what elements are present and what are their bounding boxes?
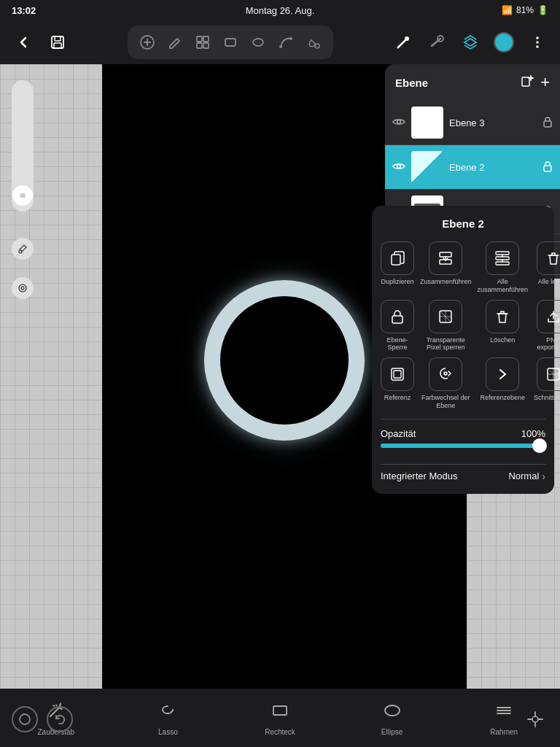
- blend-mode-selector[interactable]: Normal ›: [508, 471, 545, 482]
- layer-3-visibility[interactable]: [392, 117, 405, 129]
- bottom-tool-lasso[interactable]: Lasso: [112, 700, 225, 736]
- svg-rect-43: [273, 706, 287, 715]
- fill-button[interactable]: [301, 30, 326, 55]
- action-reference-layer[interactable]: Referenzebene: [478, 357, 529, 410]
- action-merge-all[interactable]: Alle zusammenführen: [478, 241, 529, 294]
- action-png-export[interactable]: PNG exportieren: [534, 300, 560, 352]
- delete-icon: [486, 300, 519, 333]
- color-change-icon: [429, 357, 462, 391]
- layers-title: Ebene: [395, 77, 428, 89]
- smudge-sidebar-button[interactable]: [12, 277, 34, 299]
- back-button[interactable]: [9, 28, 38, 57]
- svg-point-16: [536, 41, 539, 44]
- action-layer-lock[interactable]: Ebene-Sperre: [381, 300, 414, 352]
- svg-point-17: [536, 45, 539, 48]
- svg-point-40: [444, 372, 447, 375]
- layer-3-thumbnail: [411, 107, 443, 139]
- brush-size-thumb[interactable]: [12, 185, 33, 206]
- select-button[interactable]: [218, 30, 243, 55]
- action-clipping-mask[interactable]: Schnittmaske: [534, 357, 560, 410]
- svg-rect-8: [225, 39, 236, 46]
- eyedropper-sidebar-button[interactable]: [12, 238, 34, 260]
- action-lock-alpha[interactable]: Transparente Pixel sperren: [420, 300, 472, 352]
- shape-picker-button[interactable]: [12, 706, 38, 732]
- layer-2-visibility[interactable]: [392, 161, 405, 174]
- reference-layer-label: Referenzebene: [481, 394, 526, 402]
- svg-rect-23: [544, 121, 551, 127]
- erase-tool-button[interactable]: [423, 28, 451, 56]
- color-change-label: Farbwechsel der Ebene: [420, 394, 472, 410]
- opacity-slider-thumb[interactable]: [532, 438, 547, 453]
- top-toolbar: [0, 20, 560, 64]
- status-icons: 📶 81% 🔋: [502, 5, 548, 15]
- svg-rect-30: [392, 255, 400, 265]
- opacity-row: Opazität 100%: [381, 428, 545, 439]
- layer-lock-icon: [381, 300, 414, 333]
- lasso-label: Lasso: [158, 728, 178, 736]
- merge-all-label: Alle zusammenführen: [478, 278, 529, 294]
- layers-header: Ebene +: [385, 64, 560, 101]
- svg-rect-6: [197, 43, 202, 48]
- action-duplicate[interactable]: Duplizieren: [381, 241, 414, 294]
- brush-tool-button[interactable]: [389, 28, 417, 56]
- action-merge-down[interactable]: Zusammenführen: [420, 241, 472, 294]
- blend-mode-value: Normal: [508, 471, 539, 481]
- delete-label: Löschen: [490, 336, 515, 344]
- svg-rect-2: [54, 43, 61, 48]
- layer-2-name: Ebene 2: [449, 162, 537, 173]
- battery-icon: 81%: [516, 5, 534, 15]
- svg-point-12: [315, 44, 319, 48]
- toolbar-left: [9, 28, 71, 57]
- svg-rect-31: [440, 252, 451, 257]
- path-button[interactable]: [273, 30, 298, 55]
- brush-size-slider[interactable]: [12, 80, 34, 212]
- toolbar-right: [389, 28, 551, 56]
- opacity-section: Opazität 100%: [381, 425, 545, 458]
- crosshair-button[interactable]: [522, 706, 548, 732]
- bottom-tool-ellipse[interactable]: Ellipse: [336, 700, 448, 736]
- status-bar: 13:02 Montag 26. Aug. 📶 81% 🔋: [0, 0, 560, 20]
- add-layer-button[interactable]: [135, 30, 160, 55]
- clear-all-icon: [537, 241, 560, 275]
- svg-point-9: [253, 39, 263, 46]
- color-button[interactable]: [490, 28, 518, 56]
- status-time: 13:02: [12, 5, 36, 16]
- bottom-toolbar: Zauberstab Lasso Rechteck Ellipse: [0, 689, 560, 747]
- grid-button[interactable]: [190, 30, 215, 55]
- layer-item-3[interactable]: Ebene 3: [385, 101, 560, 145]
- opacity-slider[interactable]: [381, 444, 545, 448]
- action-delete[interactable]: Löschen: [478, 300, 529, 352]
- add-layer-icon-button[interactable]: [520, 74, 534, 92]
- save-button[interactable]: [44, 28, 71, 56]
- layer-3-lock: [542, 116, 553, 130]
- action-color-change[interactable]: Farbwechsel der Ebene: [420, 357, 472, 410]
- svg-point-45: [532, 716, 538, 722]
- svg-point-13: [405, 36, 409, 41]
- layers-button[interactable]: [456, 28, 484, 56]
- svg-rect-7: [203, 43, 209, 48]
- action-reference[interactable]: Referenz: [381, 357, 414, 410]
- svg-rect-36: [392, 316, 402, 323]
- merge-all-icon: [486, 241, 519, 275]
- modify-button[interactable]: [163, 30, 187, 55]
- action-clear-all[interactable]: Alle leeren: [534, 241, 560, 294]
- png-export-icon: [537, 300, 560, 333]
- context-panel-title: Ebene 2: [381, 217, 545, 230]
- svg-point-15: [536, 36, 539, 39]
- more-options-button[interactable]: [524, 28, 551, 56]
- svg-rect-25: [544, 166, 551, 171]
- bottom-left-tools: [12, 706, 73, 732]
- canvas-ring-shape: [204, 280, 365, 441]
- layer-context-menu: Ebene 2 Duplizieren Zusammenführen: [372, 206, 554, 494]
- lasso-center-button[interactable]: [246, 30, 271, 55]
- bottom-tool-rectangle[interactable]: Rechteck: [224, 700, 336, 736]
- svg-rect-21: [522, 77, 529, 86]
- svg-point-20: [21, 287, 24, 290]
- svg-point-11: [289, 37, 292, 40]
- expand-layer-icon-button[interactable]: +: [540, 73, 550, 92]
- reference-label: Referenz: [384, 394, 411, 402]
- reference-layer-icon: [486, 357, 519, 391]
- undo-button[interactable]: [47, 706, 73, 732]
- ellipse-icon: [382, 700, 402, 725]
- layer-item-2[interactable]: Ebene 2: [385, 145, 560, 190]
